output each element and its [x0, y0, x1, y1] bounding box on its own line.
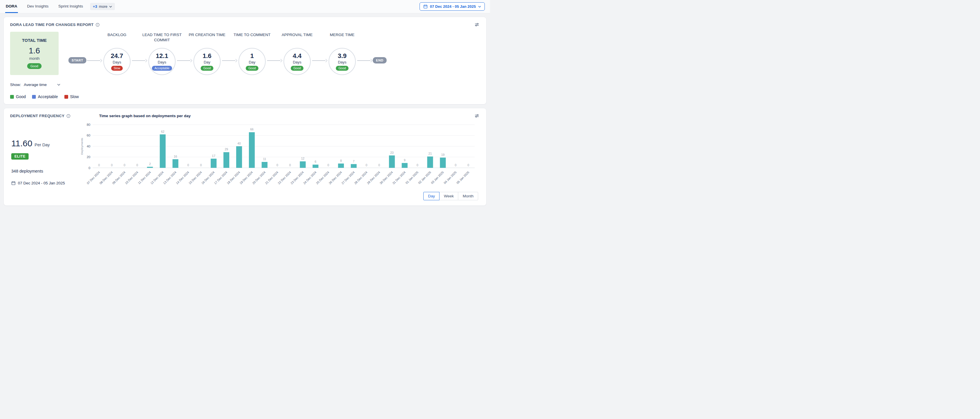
svg-text:29 Dec 2024: 29 Dec 2024 — [366, 171, 381, 185]
granularity-day-button[interactable]: Day — [423, 192, 439, 200]
info-icon[interactable] — [95, 23, 100, 27]
stage-circle: 3.9DaysGood — [329, 48, 356, 75]
svg-text:0: 0 — [366, 163, 367, 167]
legend-label: Acceptable — [38, 94, 58, 99]
flow-connector-icon — [356, 59, 373, 62]
show-label: Show: — [10, 83, 21, 87]
svg-text:0: 0 — [468, 163, 469, 167]
show-mode-value: Average time — [24, 83, 47, 87]
stage-unit: Day — [248, 60, 255, 64]
flow-connector-icon — [221, 59, 238, 62]
lead-time-card-title: DORA LEAD TIME FOR CHANGES REPORT — [10, 22, 94, 27]
legend-swatch — [32, 95, 36, 99]
info-icon[interactable] — [67, 114, 70, 118]
sliders-icon — [474, 22, 479, 27]
legend-label: Good — [16, 94, 26, 99]
svg-text:02 Jan 2025: 02 Jan 2025 — [418, 171, 432, 185]
top-navigation: DORADev InsightsSprint Insights +3 more … — [0, 0, 490, 13]
stage-circle: 1DayGood — [239, 48, 266, 75]
show-mode-dropdown[interactable]: Average time — [24, 83, 60, 87]
deployment-settings-button[interactable] — [474, 113, 480, 119]
svg-text:0: 0 — [98, 163, 100, 167]
svg-text:04 Jan 2025: 04 Jan 2025 — [443, 171, 457, 185]
tab-dora[interactable]: DORA — [5, 0, 18, 13]
legend-item-slow: Slow — [64, 94, 79, 99]
stage-value: 1.6 — [203, 52, 212, 60]
legend-item-acceptable: Acceptable — [32, 94, 58, 99]
svg-text:20: 20 — [87, 155, 91, 159]
total-time-value: 1.6 — [13, 46, 56, 56]
stage-circle: 4.4DaysGood — [283, 48, 311, 75]
svg-text:8: 8 — [340, 159, 342, 162]
more-tabs-count: +3 — [93, 4, 97, 9]
lead-time-settings-button[interactable] — [474, 22, 480, 28]
date-range-label: 07 Dec 2024 - 05 Jan 2025 — [430, 4, 476, 9]
stage-status-pill: Good — [336, 66, 348, 71]
tab-sprint-insights[interactable]: Sprint Insights — [58, 0, 84, 13]
svg-text:28 Dec 2024: 28 Dec 2024 — [354, 171, 368, 185]
flow-start-pill: START — [68, 57, 86, 63]
svg-text:10 Dec 2024: 10 Dec 2024 — [124, 171, 139, 185]
svg-text:11 Dec 2024: 11 Dec 2024 — [137, 171, 151, 185]
chevron-down-icon — [109, 6, 112, 8]
stage-name: LEAD TIME TO FIRST COMMIT — [137, 32, 188, 43]
svg-text:Deployments: Deployments — [80, 138, 83, 155]
total-time-unit: month — [13, 56, 56, 60]
svg-text:2: 2 — [149, 162, 151, 166]
flow-connector-icon — [312, 59, 328, 62]
stage-circle: 24.7DaysSlow — [103, 48, 130, 75]
svg-text:19 Dec 2024: 19 Dec 2024 — [239, 171, 253, 185]
stage-unit: Days — [158, 60, 166, 64]
svg-text:0: 0 — [124, 163, 125, 167]
svg-text:0: 0 — [417, 163, 418, 167]
stage-status-pill: Good — [246, 66, 258, 71]
stage-unit: Day — [204, 60, 210, 64]
total-time-label: TOTAL TIME — [13, 38, 56, 43]
deployment-frequency-card: DEPLOYMENT FREQUENCY Time series graph b… — [3, 108, 487, 206]
legend-label: Slow — [70, 94, 79, 99]
granularity-toggle: DayWeekMonth — [10, 192, 480, 200]
svg-text:66: 66 — [250, 128, 253, 131]
stage-merge-time: MERGE TIME3.9DaysGood — [328, 32, 356, 75]
svg-text:0: 0 — [455, 163, 457, 167]
stage-name: BACKLOG — [92, 32, 142, 38]
date-range-picker[interactable]: 07 Dec 2024 - 05 Jan 2025 — [420, 2, 485, 11]
total-time-box: TOTAL TIME 1.6 month Good — [10, 32, 59, 75]
svg-text:26 Dec 2024: 26 Dec 2024 — [328, 171, 343, 185]
svg-text:19: 19 — [441, 153, 445, 156]
stage-status-pill: Acceptable — [152, 66, 172, 71]
svg-text:0: 0 — [378, 163, 380, 167]
stage-value: 12.1 — [156, 52, 168, 60]
svg-text:0: 0 — [200, 163, 202, 167]
stage-circle: 12.1DaysAcceptable — [148, 48, 175, 75]
granularity-week-button[interactable]: Week — [439, 192, 458, 200]
stage-value: 1 — [250, 52, 254, 60]
total-status-pill: Good — [27, 63, 42, 69]
svg-text:07 Dec 2024: 07 Dec 2024 — [86, 171, 101, 185]
flow-connector-icon — [86, 59, 102, 62]
svg-text:17: 17 — [212, 154, 215, 157]
stage-value: 24.7 — [111, 52, 123, 60]
legend-swatch — [10, 95, 14, 99]
tab-dev-insights[interactable]: Dev Insights — [27, 0, 49, 13]
stage-unit: Days — [338, 60, 347, 64]
svg-text:21 Dec 2024: 21 Dec 2024 — [264, 171, 279, 185]
stage-name: TIME TO COMMENT — [227, 32, 277, 38]
svg-text:24 Dec 2024: 24 Dec 2024 — [302, 171, 317, 185]
main-tabs: DORADev InsightsSprint Insights — [5, 0, 84, 13]
svg-text:05 Jan 2025: 05 Jan 2025 — [456, 171, 470, 185]
more-tabs-button[interactable]: +3 more — [90, 3, 115, 10]
chevron-down-icon — [57, 84, 60, 86]
elite-tier-badge: ELITE — [11, 153, 29, 160]
svg-text:0: 0 — [89, 166, 91, 170]
stage-status-pill: Good — [200, 66, 213, 71]
svg-text:12: 12 — [301, 157, 305, 160]
status-legend: GoodAcceptableSlow — [10, 94, 480, 99]
svg-text:0: 0 — [188, 163, 189, 167]
stage-unit: Days — [293, 60, 301, 64]
stage-name: PR CREATION TIME — [181, 32, 232, 38]
deployment-rate-value: 11.60 — [11, 138, 32, 148]
more-tabs-label: more — [99, 4, 107, 9]
granularity-month-button[interactable]: Month — [458, 192, 478, 200]
flow-end-pill: END — [373, 57, 387, 63]
